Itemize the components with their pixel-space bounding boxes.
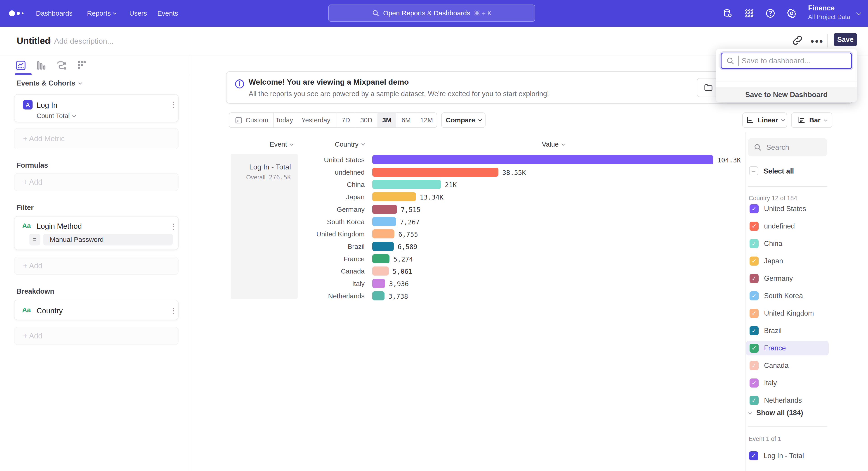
nav-events[interactable]: Events (157, 0, 178, 27)
legend-country-row[interactable]: ✓France (746, 341, 829, 355)
events-cohorts-section-label[interactable]: Events & Cohorts (17, 79, 81, 87)
metric-card-log-in[interactable]: A Log In ⋮ Count Total (14, 94, 179, 122)
legend-country-row[interactable]: ✓Japan (746, 254, 829, 268)
country-checkbox-checked[interactable]: ✓ (749, 257, 758, 266)
filter-property-name[interactable]: Login Method (37, 222, 82, 231)
range-12m[interactable]: 12M (416, 113, 437, 127)
legend-event-row[interactable]: ✓ Log In - Total (745, 449, 828, 463)
mixpanel-logo[interactable] (9, 10, 25, 16)
column-header-value[interactable]: Value (542, 141, 564, 148)
copy-link-icon[interactable] (792, 34, 803, 46)
aggregation-selector[interactable]: Count Total (37, 112, 75, 120)
nav-reports[interactable]: Reports (87, 0, 116, 27)
bar-segment[interactable] (372, 266, 389, 275)
bar-value-label: 104.3K (717, 156, 741, 164)
country-checkbox-checked[interactable]: ✓ (749, 396, 758, 405)
legend-country-row[interactable]: ✓China (746, 236, 829, 251)
legend-country-row[interactable]: ✓Brazil (746, 324, 829, 338)
project-selector[interactable]: Finance All Project Data (808, 4, 850, 21)
range-7d[interactable]: 7D (337, 113, 355, 127)
tab-flows[interactable] (56, 59, 67, 71)
column-header-country[interactable]: Country (335, 141, 364, 148)
bar-segment[interactable] (372, 155, 713, 164)
add-metric-button[interactable]: + Add Metric (14, 128, 179, 149)
legend-search-input[interactable]: Search (748, 138, 827, 156)
panel-divider (748, 426, 827, 427)
tab-insights[interactable] (15, 59, 27, 71)
data-management-icon[interactable] (721, 0, 735, 27)
bar-segment[interactable] (372, 291, 384, 300)
breakdown-property-name[interactable]: Country (37, 306, 63, 315)
country-checkbox-checked[interactable]: ✓ (749, 291, 758, 300)
nav-users[interactable]: Users (129, 0, 147, 27)
range-custom[interactable]: Custom (229, 113, 274, 127)
scale-selector-button[interactable]: Linear (742, 112, 787, 128)
legend-country-row[interactable]: ✓Italy (746, 376, 829, 390)
filter-value-selector[interactable]: Manual Password (43, 234, 173, 245)
country-checkbox-checked[interactable]: ✓ (749, 204, 758, 213)
range-30d[interactable]: 30D (355, 113, 378, 127)
report-title[interactable]: Untitled (17, 36, 51, 46)
tab-retention[interactable] (76, 59, 88, 71)
legend-country-row[interactable]: ✓undefined (746, 219, 829, 233)
nav-dashboards[interactable]: Dashboards (36, 0, 72, 27)
bar-segment[interactable] (372, 229, 395, 238)
country-checkbox-checked[interactable]: ✓ (749, 309, 758, 318)
country-checkbox-checked[interactable]: ✓ (749, 222, 758, 231)
add-description-button[interactable]: + Add description... (48, 37, 114, 46)
chart-type-button[interactable]: Bar (791, 112, 832, 128)
country-checkbox-checked[interactable]: ✓ (749, 274, 758, 283)
range-today[interactable]: Today (274, 113, 295, 127)
event-checkbox-checked[interactable]: ✓ (749, 451, 758, 460)
help-icon[interactable] (764, 0, 777, 27)
range-3m-selected[interactable]: 3M (378, 113, 396, 127)
add-filter-button[interactable]: + Add (14, 257, 179, 275)
apps-grid-icon[interactable] (743, 0, 756, 27)
breakdown-card-country[interactable]: Aa Country ⋮ (14, 300, 179, 320)
tab-funnels[interactable] (35, 59, 47, 71)
bar-category-label: South Korea (327, 218, 365, 226)
filter-kebab-menu[interactable]: ⋮ (169, 222, 178, 231)
bar-segment[interactable] (372, 254, 390, 263)
save-to-new-dashboard-button[interactable]: Save to New Dashboard (716, 87, 857, 102)
country-checkbox-checked[interactable]: ✓ (749, 361, 758, 370)
select-all-checkbox-indeterminate[interactable]: – (749, 166, 758, 175)
bar-segment[interactable] (372, 205, 397, 214)
country-checkbox-checked[interactable]: ✓ (749, 239, 758, 248)
metric-kebab-menu[interactable]: ⋮ (169, 99, 178, 110)
filter-operator-selector[interactable]: = (29, 234, 40, 245)
country-checkbox-checked[interactable]: ✓ (749, 326, 758, 335)
legend-country-row[interactable]: ✓Germany (746, 271, 829, 286)
bar-segment[interactable] (372, 279, 385, 288)
range-6m[interactable]: 6M (396, 113, 416, 127)
country-checkbox-checked[interactable]: ✓ (749, 344, 758, 353)
more-options-button[interactable]: ••• (811, 36, 824, 47)
compare-button[interactable]: Compare (441, 112, 486, 128)
bar-segment[interactable] (372, 192, 416, 201)
legend-country-row[interactable]: ✓South Korea (746, 289, 829, 303)
breakdown-kebab-menu[interactable]: ⋮ (169, 306, 178, 316)
legend-country-row[interactable]: ✓United Kingdom (746, 306, 829, 321)
bar-segment[interactable] (372, 180, 441, 189)
legend-country-row[interactable]: ✓Netherlands (746, 393, 829, 408)
legend-country-row[interactable]: ✓United States (746, 202, 829, 216)
country-checkbox-checked[interactable]: ✓ (749, 379, 758, 387)
bar-segment[interactable] (372, 242, 394, 251)
range-yesterday[interactable]: Yesterday (295, 113, 337, 127)
add-breakdown-button[interactable]: + Add (14, 327, 179, 345)
bar-segment[interactable] (372, 217, 396, 226)
save-dashboard-search-input[interactable]: Save to dashboard... (721, 53, 852, 69)
country-label: Brazil (764, 327, 782, 335)
column-header-event[interactable]: Event (270, 141, 292, 148)
legend-country-row[interactable]: ✓Canada (746, 358, 829, 373)
project-chevron-down-icon[interactable] (851, 0, 865, 27)
settings-gear-icon[interactable] (785, 0, 798, 27)
show-all-button[interactable]: Show all (184) (749, 409, 803, 417)
bar-segment[interactable] (372, 168, 498, 177)
select-all-row[interactable]: – Select all (745, 164, 828, 178)
global-search-input[interactable]: Open Reports & Dashboards ⌘ + K (328, 4, 535, 22)
save-button[interactable]: Save (834, 33, 857, 46)
filter-card-login-method[interactable]: Aa Login Method ⋮ = Manual Password (14, 216, 179, 250)
metric-event-name[interactable]: Log In (37, 101, 57, 110)
add-formula-button[interactable]: + Add (14, 173, 179, 191)
